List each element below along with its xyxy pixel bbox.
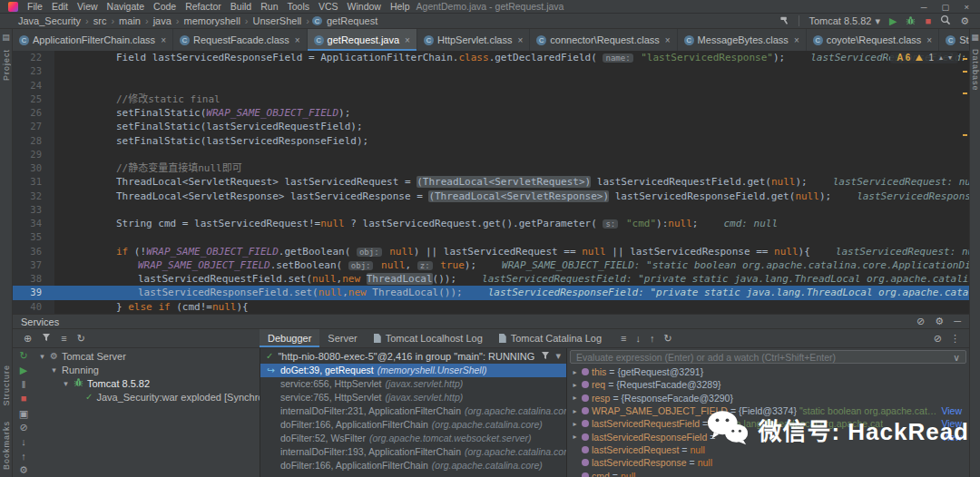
code-line[interactable]: 22Field lastServicedResponseField = Appl… (13, 51, 969, 64)
search-icon[interactable] (940, 15, 951, 27)
rerun-button[interactable]: ↻ (19, 351, 27, 364)
caret-icon[interactable] (74, 393, 82, 402)
add-service-icon[interactable]: ⊕ (24, 333, 32, 345)
breadcrumb-item[interactable]: java (152, 15, 173, 26)
line-number[interactable]: 38 (13, 272, 54, 286)
editor-tab[interactable]: Ccoyote\Request.class× (807, 29, 939, 51)
line-number[interactable]: 32 (13, 190, 54, 203)
code-line[interactable]: 33 (13, 203, 969, 217)
code-line[interactable]: 39lastServicedResponseField.set(null,new… (13, 286, 969, 299)
thread-dump-icon[interactable]: ▣ (19, 408, 28, 421)
editor-tab[interactable]: CApplicationFilterChain.class× (13, 29, 173, 51)
breadcrumb-item[interactable]: UnserShell (251, 15, 304, 26)
menu-item-view[interactable]: View (73, 1, 103, 12)
refresh-icon[interactable]: ↻ (77, 333, 85, 345)
thread-selector[interactable]: ✓ "http-nio-8080-exec-5"@2,416 in group … (260, 348, 566, 364)
debug-settings-icon[interactable]: ⚙ (19, 464, 28, 477)
breadcrumb-item[interactable]: memoryshell (181, 15, 241, 26)
breadcrumb-item[interactable]: main (117, 15, 142, 26)
line-number[interactable]: 24 (13, 79, 54, 92)
line-number[interactable]: 25 (13, 92, 54, 106)
expand-icon[interactable]: ∨ (953, 352, 960, 363)
frame-row[interactable]: doFilter:52, WsFilter(org.apache.tomcat.… (260, 431, 566, 444)
services-tab[interactable]: Tomcat Localhost Log (366, 329, 491, 347)
inspections-widget[interactable]: A 6 1 ▴ ▾ (890, 52, 958, 63)
variable-row[interactable]: cmd = null (567, 469, 969, 477)
services-tab[interactable]: Tomcat Catalina Log (491, 329, 610, 347)
minimize-panel-icon[interactable]: ─ (954, 316, 961, 327)
line-number[interactable]: 30 (13, 161, 54, 175)
code-line[interactable]: 40} else if (cmd!=null){ (13, 300, 969, 314)
editor-tab[interactable]: CgetRequest.java× (308, 29, 417, 51)
stop-button[interactable]: ■ (925, 16, 931, 26)
code-line[interactable]: 38lastServicedRequestField.set(null,new … (13, 272, 969, 286)
editor-tab[interactable]: CMessageBytes.class× (678, 29, 807, 51)
restart-icon[interactable]: ↻ (663, 333, 671, 345)
filter-icon[interactable] (42, 333, 51, 344)
line-number[interactable]: 39 (13, 286, 54, 299)
frame-row[interactable]: service:656, HttpServlet(javax.servlet.h… (260, 377, 566, 391)
code-line[interactable]: 28setFinalStatic(lastServicedResponseFie… (13, 134, 969, 148)
frame-row[interactable]: internalDoFilter:231, ApplicationFilterC… (260, 404, 566, 418)
code-line[interactable]: 36if (!WRAP_SAME_OBJECT_FIELD.getBoolean… (13, 245, 969, 258)
menu-item-vcs[interactable]: VCS (314, 1, 343, 12)
line-number[interactable]: 37 (13, 258, 54, 272)
frame-row[interactable]: internalDoFilter:193, ApplicationFilterC… (260, 444, 566, 458)
view-options-icon[interactable]: ≡ (61, 333, 66, 344)
code-line[interactable]: 27setFinalStatic(lastServicedRequestFiel… (13, 120, 969, 133)
menu-item-run[interactable]: Run (256, 1, 282, 12)
resume-button[interactable]: ▶ (20, 365, 27, 378)
minimize-button[interactable]: ─ (921, 2, 927, 12)
code-line[interactable]: 30//静态变量直接填null即可 (13, 161, 969, 175)
code-line[interactable]: 26setFinalStatic(WRAP_SAME_OBJECT_FIELD)… (13, 106, 969, 120)
menu-item-code[interactable]: Code (149, 1, 181, 12)
step-out-icon[interactable]: ↑ (21, 451, 26, 463)
close-icon[interactable]: × (794, 35, 799, 45)
code-line[interactable]: 31ThreadLocal<ServletRequest> lastServic… (13, 175, 969, 189)
close-icon[interactable]: × (926, 35, 932, 45)
mute-breakpoints-icon[interactable]: ⊘ (934, 333, 942, 345)
breadcrumb-item[interactable]: Java_Security (16, 15, 83, 26)
menu-item-navigate[interactable]: Navigate (103, 1, 149, 12)
menu-item-tools[interactable]: Tools (282, 1, 314, 12)
scroll-up-icon[interactable]: ↑ (650, 333, 655, 344)
line-number[interactable]: 23 (13, 64, 54, 78)
debug-button[interactable] (906, 15, 916, 27)
expand-chevron-icon[interactable]: ▸ (571, 368, 579, 376)
stop-process-button[interactable]: ■ (21, 394, 27, 406)
panel-settings-icon[interactable]: ⚙ (935, 316, 944, 327)
variable-row[interactable]: ▸resp = {ResponseFacade@3290} (567, 392, 969, 404)
caret-icon[interactable]: ▾ (50, 365, 58, 375)
pause-button[interactable]: ‖ (22, 379, 26, 392)
run-button[interactable]: ▶ (889, 16, 897, 26)
line-number[interactable]: 33 (13, 203, 54, 217)
expand-chevron-icon[interactable]: ▸ (571, 433, 579, 441)
build-icon[interactable] (779, 15, 789, 27)
expand-chevron-icon[interactable]: ▸ (571, 420, 579, 428)
line-number[interactable]: 40 (13, 300, 54, 314)
menu-item-window[interactable]: Window (343, 1, 386, 12)
breadcrumb-item[interactable]: getRequest (325, 15, 379, 26)
line-number[interactable]: 29 (13, 148, 54, 161)
frame-row[interactable]: doFilter:166, ApplicationFilterChain(org… (260, 418, 566, 432)
menu-item-build[interactable]: Build (226, 1, 256, 12)
variable-row[interactable]: lastServicedResponse = null (567, 456, 969, 469)
more-options-icon[interactable]: ⋮ (950, 333, 960, 345)
close-icon[interactable]: × (517, 35, 523, 45)
caret-icon[interactable]: ▾ (62, 379, 70, 388)
code-line[interactable]: 32ThreadLocal<ServletResponse> lastServi… (13, 190, 969, 203)
chevron-down-icon[interactable]: ▾ (555, 350, 561, 362)
line-number[interactable]: 34 (13, 217, 54, 230)
tree-item[interactable]: ✓Java_Security:war exploded [Synchronize (34, 390, 260, 404)
prev-issue-icon[interactable]: ▴ (939, 54, 943, 62)
services-tab[interactable]: Server (319, 329, 365, 347)
project-stripe-icon[interactable]: ▤ (2, 33, 10, 42)
evaluate-expression-input[interactable]: Evaluate expression (Enter) or add a wat… (570, 350, 966, 364)
line-number[interactable]: 26 (13, 106, 54, 120)
tool-window-database[interactable]: Database (971, 49, 980, 92)
expand-chevron-icon[interactable]: ▸ (571, 394, 579, 402)
close-icon[interactable]: × (665, 35, 671, 45)
run-configuration-select[interactable]: Tomcat 8.5.82 ▾ (808, 15, 880, 26)
variable-row[interactable]: ▸this = {getRequest@3291} (567, 365, 969, 378)
tool-window-bookmarks[interactable]: Bookmarks (2, 421, 11, 470)
